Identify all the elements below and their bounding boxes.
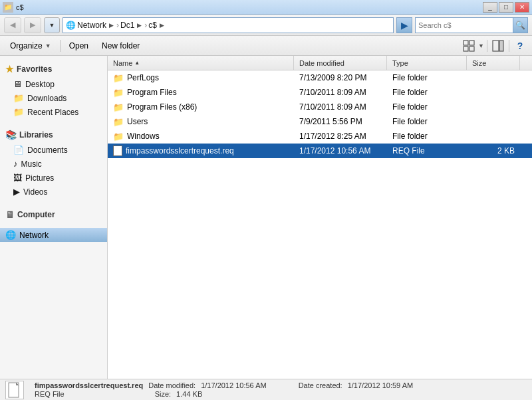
favorites-section: ★ Favorites bbox=[0, 58, 107, 77]
sidebar-item-desktop[interactable]: 🖥 Desktop bbox=[0, 77, 107, 91]
toolbar: Organize ▼ Open New folder ▼ ? bbox=[0, 36, 532, 56]
statusbar-file-icon bbox=[5, 381, 24, 399]
network-dropdown[interactable]: ▶ bbox=[108, 22, 115, 29]
cell-name: 📁 PerfLogs bbox=[108, 73, 294, 83]
statusbar-info: fimpasswordsslcertrequest.req Date modif… bbox=[35, 381, 413, 398]
svg-rect-1 bbox=[469, 41, 474, 45]
cell-type: File folder bbox=[387, 73, 467, 82]
toolbar-separator-3 bbox=[509, 40, 509, 52]
views-dropdown-icon[interactable]: ▼ bbox=[478, 43, 484, 49]
table-row[interactable]: 📁 Users 7/9/2011 5:56 PM File folder bbox=[108, 114, 532, 129]
sidebar: ★ Favorites 🖥 Desktop 📁 Downloads 📁 Rece… bbox=[0, 56, 108, 379]
table-row[interactable]: 📁 Program Files (x86) 7/10/2011 8:09 AM … bbox=[108, 100, 532, 114]
minimize-button[interactable]: _ bbox=[483, 2, 497, 13]
search-box[interactable]: 🔍 bbox=[415, 17, 528, 33]
go-button[interactable]: ▶ bbox=[396, 17, 412, 33]
path-segment-network: 🌐 Network ▶ bbox=[66, 21, 115, 30]
pictures-icon: 🖼 bbox=[13, 173, 22, 183]
statusbar-filename: fimpasswordsslcertrequest.req bbox=[35, 381, 143, 389]
new-folder-button[interactable]: New folder bbox=[96, 38, 146, 54]
statusbar-date-modified: 1/17/2012 10:56 AM bbox=[201, 381, 266, 389]
network-icon: 🌐 bbox=[66, 21, 76, 30]
statusbar-size: 1.44 KB bbox=[176, 390, 202, 398]
cell-date: 7/10/2011 8:09 AM bbox=[294, 102, 387, 112]
statusbar-date-created-label: Date created: bbox=[299, 381, 342, 389]
c-dropdown[interactable]: ▶ bbox=[158, 22, 166, 29]
c-label: c$ bbox=[148, 21, 157, 30]
path-segment-c: c$ ▶ bbox=[148, 21, 166, 30]
sidebar-item-recent-places[interactable]: 📁 Recent Places bbox=[0, 105, 107, 119]
req-file-icon bbox=[113, 146, 122, 156]
col-header-date[interactable]: Date modified bbox=[294, 56, 387, 70]
close-button[interactable]: ✕ bbox=[515, 2, 529, 13]
titlebar-icon: 📁 bbox=[3, 2, 13, 13]
cell-date: 7/13/2009 8:20 PM bbox=[294, 73, 387, 82]
cell-date: 1/17/2012 10:56 AM bbox=[294, 146, 387, 155]
documents-icon: 📄 bbox=[13, 145, 24, 155]
statusbar-date-created: 1/17/2012 10:59 AM bbox=[348, 381, 413, 389]
sidebar-item-downloads[interactable]: 📁 Downloads bbox=[0, 91, 107, 105]
forward-button[interactable]: ▶ bbox=[24, 17, 41, 33]
svg-rect-0 bbox=[464, 41, 468, 45]
cell-date: 7/10/2011 8:09 AM bbox=[294, 88, 387, 97]
back-button[interactable]: ◀ bbox=[4, 17, 21, 33]
sidebar-item-pictures[interactable]: 🖼 Pictures bbox=[0, 171, 107, 185]
cell-type: REQ File bbox=[387, 146, 467, 155]
preview-pane-icon bbox=[492, 40, 504, 52]
cell-name: 📁 Users bbox=[108, 117, 294, 127]
search-button[interactable]: 🔍 bbox=[513, 18, 527, 33]
cell-size: 2 KB bbox=[467, 146, 520, 155]
views-icon bbox=[463, 40, 475, 52]
cell-type: File folder bbox=[387, 88, 467, 97]
cell-date: 1/17/2012 8:25 AM bbox=[294, 132, 387, 141]
computer-section: 🖥 Computer bbox=[0, 204, 107, 223]
table-row[interactable]: 📁 Program Files 7/10/2011 8:09 AM File f… bbox=[108, 85, 532, 100]
sidebar-item-documents[interactable]: 📄 Documents bbox=[0, 143, 107, 157]
views-button[interactable] bbox=[461, 38, 477, 54]
cell-name: 📁 Program Files (x86) bbox=[108, 102, 294, 112]
desktop-icon: 🖥 bbox=[13, 79, 22, 89]
favorites-star-icon: ★ bbox=[5, 64, 14, 74]
organize-button[interactable]: Organize ▼ bbox=[4, 38, 57, 54]
main-layout: ★ Favorites 🖥 Desktop 📁 Downloads 📁 Rece… bbox=[0, 56, 532, 379]
toolbar-separator-2 bbox=[487, 40, 487, 52]
organize-dropdown-icon: ▼ bbox=[45, 43, 51, 49]
dc1-dropdown[interactable]: ▶ bbox=[136, 22, 143, 29]
folder-icon: 📁 bbox=[113, 73, 124, 83]
downloads-icon: 📁 bbox=[13, 93, 24, 103]
toolbar-right: ▼ ? bbox=[461, 38, 528, 54]
music-icon: ♪ bbox=[13, 159, 18, 169]
sort-arrow-icon: ▲ bbox=[134, 60, 140, 66]
address-path[interactable]: 🌐 Network ▶ › Dc1 ▶ › c$ ▶ bbox=[63, 17, 394, 33]
help-icon: ? bbox=[517, 41, 523, 51]
sidebar-item-network[interactable]: 🌐 Network bbox=[0, 228, 107, 242]
file-list-header: Name ▲ Date modified Type Size bbox=[108, 56, 532, 70]
table-row[interactable]: fimpasswordsslcertrequest.req 1/17/2012 … bbox=[108, 144, 532, 158]
statusbar-date-modified-label: Date modified: bbox=[148, 381, 196, 389]
open-button[interactable]: Open bbox=[63, 38, 94, 54]
table-row[interactable]: 📁 Windows 1/17/2012 8:25 AM File folder bbox=[108, 129, 532, 144]
col-header-size[interactable]: Size bbox=[467, 56, 520, 70]
cell-type: File folder bbox=[387, 117, 467, 126]
recent-locations-button[interactable]: ▼ bbox=[44, 17, 60, 33]
col-header-type[interactable]: Type bbox=[387, 56, 467, 70]
folder-icon: 📁 bbox=[113, 117, 124, 127]
sidebar-item-music[interactable]: ♪ Music bbox=[0, 157, 107, 171]
libraries-icon: 📚 bbox=[5, 130, 17, 140]
maximize-button[interactable]: □ bbox=[499, 2, 513, 13]
folder-icon: 📁 bbox=[113, 102, 124, 112]
search-input[interactable] bbox=[416, 21, 513, 29]
preview-pane-button[interactable] bbox=[490, 38, 506, 54]
table-row[interactable]: 📁 PerfLogs 7/13/2009 8:20 PM File folder bbox=[108, 70, 532, 85]
sidebar-item-videos[interactable]: ▶ Videos bbox=[0, 185, 107, 199]
help-button[interactable]: ? bbox=[512, 38, 528, 54]
computer-icon: 🖥 bbox=[5, 209, 15, 220]
folder-icon: 📁 bbox=[113, 88, 124, 98]
svg-rect-5 bbox=[499, 41, 503, 51]
cell-type: File folder bbox=[387, 132, 467, 141]
file-rows: 📁 PerfLogs 7/13/2009 8:20 PM File folder… bbox=[108, 70, 532, 379]
file-list: Name ▲ Date modified Type Size 📁 PerfLog… bbox=[108, 56, 532, 379]
videos-icon: ▶ bbox=[13, 187, 20, 197]
path-segment-dc1: Dc1 ▶ bbox=[120, 21, 143, 30]
col-header-name[interactable]: Name ▲ bbox=[108, 56, 294, 70]
